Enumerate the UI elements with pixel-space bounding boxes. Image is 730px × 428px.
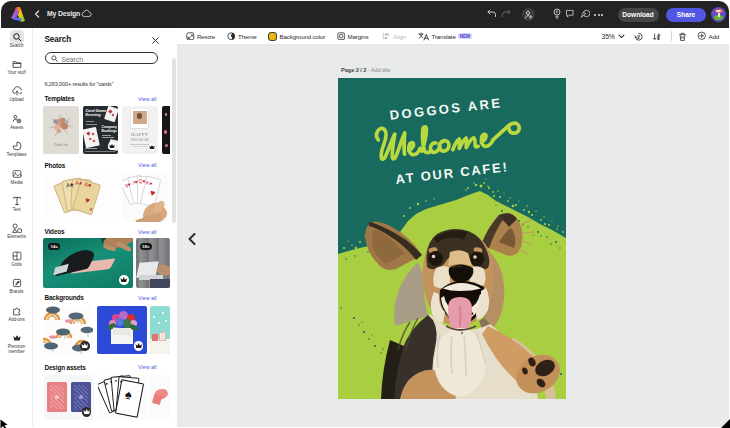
svg-text:2: 2 — [637, 34, 640, 39]
svg-text:8: 8 — [657, 35, 660, 40]
